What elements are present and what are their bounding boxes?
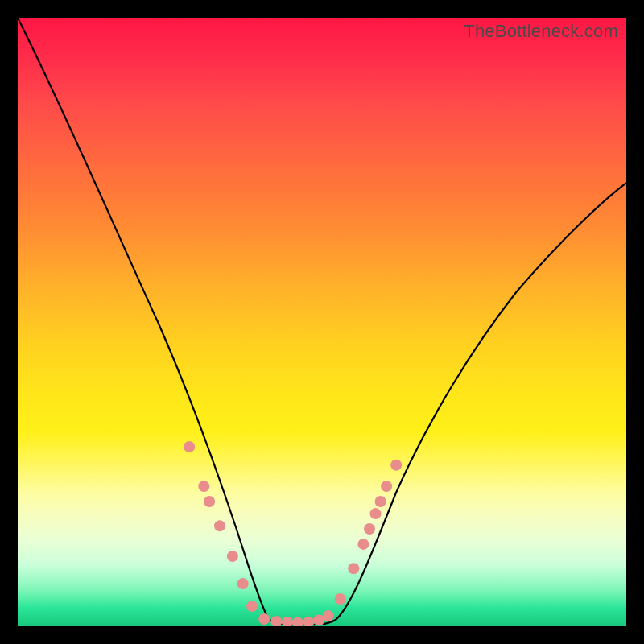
scatter-dot	[390, 460, 402, 471]
scatter-dot	[184, 441, 195, 452]
scatter-dot	[227, 551, 238, 562]
scatter-dot	[246, 601, 258, 612]
scatter-dot	[237, 578, 249, 589]
scatter-dot	[375, 496, 386, 507]
scatter-dot	[335, 593, 346, 605]
scatter-dot	[258, 613, 270, 625]
chart-area: TheBottleneck.com	[18, 18, 626, 626]
scatter-dot	[282, 617, 293, 626]
scatter-dot	[270, 616, 282, 626]
scatter-dot	[323, 610, 334, 621]
scatter-dot	[370, 508, 382, 519]
scatter-dot	[381, 481, 392, 492]
bottleneck-curve-path	[18, 18, 626, 625]
scatter-dot	[292, 617, 303, 627]
scatter-dot	[364, 523, 375, 535]
scatter-dot	[348, 563, 359, 574]
scatter-dot	[214, 520, 225, 531]
bottleneck-chart	[18, 18, 626, 626]
scatter-dot	[303, 617, 314, 626]
scatter-dot	[357, 539, 369, 550]
scatter-dot	[198, 481, 209, 492]
scatter-dot	[204, 496, 215, 507]
